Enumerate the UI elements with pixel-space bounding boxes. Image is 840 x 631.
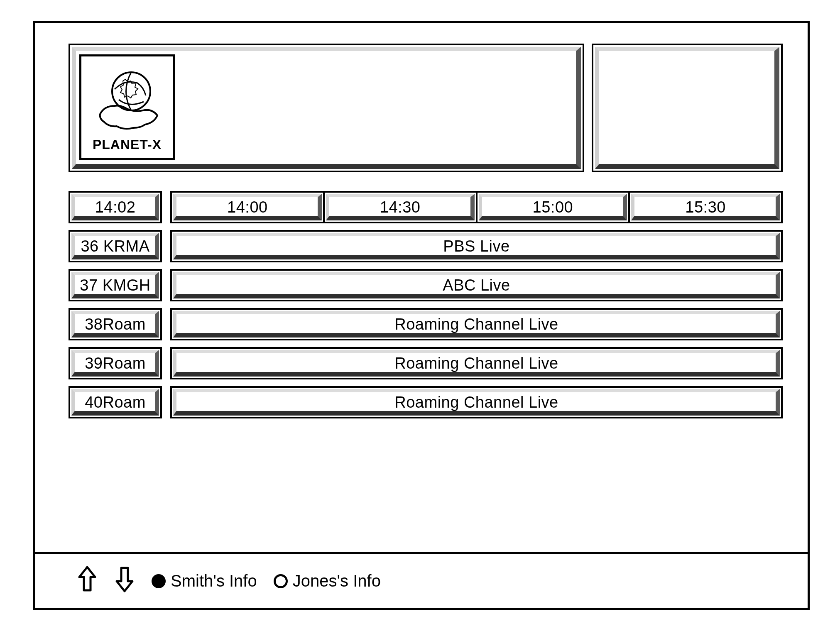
planet-logo-icon	[92, 66, 162, 133]
radio-selected-icon	[152, 574, 166, 588]
time-slot-0[interactable]: 14:00	[170, 191, 325, 223]
header-main-panel: PLANET-X	[69, 44, 584, 172]
guide-row-2: 38Roam Roaming Channel Live	[69, 308, 783, 340]
header-side-panel	[592, 44, 783, 172]
channel-cell[interactable]: 40Roam	[69, 386, 162, 418]
info-option-b-label: Jones's Info	[293, 572, 381, 590]
footer-bar: Smith's Info Jones's Info	[35, 552, 808, 608]
scroll-down-button[interactable]	[114, 567, 135, 596]
time-slot-3[interactable]: 15:30	[628, 191, 783, 223]
program-cell[interactable]: Roaming Channel Live	[170, 386, 783, 418]
channel-cell[interactable]: 39Roam	[69, 347, 162, 379]
program-cell[interactable]: Roaming Channel Live	[170, 308, 783, 340]
guide-row-3: 39Roam Roaming Channel Live	[69, 347, 783, 379]
time-slot-2[interactable]: 15:00	[476, 191, 630, 223]
program-cell[interactable]: PBS Live	[170, 230, 783, 262]
content-area: PLANET-X 14:02 14:00 14:30 15:00 15:30 3…	[35, 23, 808, 418]
program-cell[interactable]: ABC Live	[170, 269, 783, 301]
info-option-a-label: Smith's Info	[171, 572, 257, 590]
guide-row-4: 40Roam Roaming Channel Live	[69, 386, 783, 418]
time-header-row: 14:02 14:00 14:30 15:00 15:30	[69, 191, 783, 223]
scroll-up-button[interactable]	[77, 567, 98, 596]
program-grid: 14:02 14:00 14:30 15:00 15:30 36 KRMA PB…	[69, 191, 783, 418]
channel-cell[interactable]: 37 KMGH	[69, 269, 162, 301]
program-cell[interactable]: Roaming Channel Live	[170, 347, 783, 379]
info-option-b[interactable]: Jones's Info	[274, 572, 381, 590]
header-row: PLANET-X	[69, 44, 783, 172]
tv-guide-screen: PLANET-X 14:02 14:00 14:30 15:00 15:30 3…	[33, 21, 810, 610]
guide-row-0: 36 KRMA PBS Live	[69, 230, 783, 262]
channel-cell[interactable]: 38Roam	[69, 308, 162, 340]
logo-label: PLANET-X	[93, 137, 162, 152]
info-option-a[interactable]: Smith's Info	[152, 572, 257, 590]
channel-cell[interactable]: 36 KRMA	[69, 230, 162, 262]
time-slot-group: 14:00 14:30 15:00 15:30	[170, 191, 783, 223]
radio-unselected-icon	[274, 574, 288, 588]
time-slot-1[interactable]: 14:30	[323, 191, 478, 223]
arrow-up-icon	[78, 565, 97, 597]
guide-row-1: 37 KMGH ABC Live	[69, 269, 783, 301]
current-time-cell[interactable]: 14:02	[69, 191, 162, 223]
arrow-down-icon	[115, 565, 134, 597]
logo-box[interactable]: PLANET-X	[79, 54, 175, 160]
